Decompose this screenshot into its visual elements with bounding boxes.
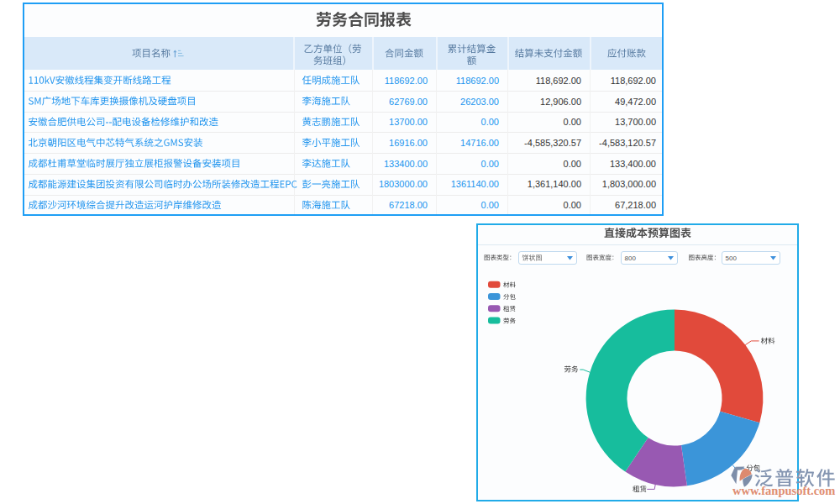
svg-text:12,906.00: 12,906.00	[540, 97, 581, 107]
svg-text:133400.00: 133400.00	[384, 159, 428, 169]
svg-text:500: 500	[726, 255, 738, 262]
svg-text:-4,583,120.57: -4,583,120.57	[599, 138, 656, 148]
svg-text:0.00: 0.00	[481, 200, 499, 210]
svg-text:1,361,140.00: 1,361,140.00	[528, 179, 581, 189]
svg-text:118692.00: 118692.00	[385, 76, 428, 86]
svg-text:0.00: 0.00	[481, 117, 499, 127]
svg-text:0.00: 0.00	[564, 117, 581, 127]
svg-text:13,700.00: 13,700.00	[615, 117, 656, 127]
svg-text:118,692.00: 118,692.00	[536, 76, 581, 86]
svg-text:0.00: 0.00	[564, 200, 581, 210]
svg-text:16916.00: 16916.00	[389, 138, 428, 148]
svg-text:0.00: 0.00	[564, 159, 581, 169]
svg-text:www.fanpusoft.com: www.fanpusoft.com	[732, 484, 835, 497]
svg-text:67218.00: 67218.00	[389, 200, 428, 210]
svg-text:62769.00: 62769.00	[389, 97, 428, 107]
svg-text:1803000.00: 1803000.00	[379, 179, 428, 189]
svg-text:1,803,000.00: 1,803,000.00	[602, 179, 656, 189]
svg-text:133,400.00: 133,400.00	[610, 159, 656, 169]
svg-text:118,692.00: 118,692.00	[611, 76, 656, 86]
svg-text:0.00: 0.00	[481, 159, 499, 169]
svg-text:49,472.00: 49,472.00	[615, 97, 656, 107]
svg-text:118692.00: 118692.00	[456, 76, 499, 86]
svg-text:13700.00: 13700.00	[389, 117, 428, 127]
svg-text:14716.00: 14716.00	[460, 138, 499, 148]
svg-text:1361140.00: 1361140.00	[451, 179, 499, 189]
svg-text:67,218.00: 67,218.00	[615, 200, 656, 210]
svg-text:-4,585,320.57: -4,585,320.57	[524, 138, 581, 148]
svg-text:800: 800	[625, 255, 637, 262]
svg-text:26203.00: 26203.00	[460, 97, 499, 107]
